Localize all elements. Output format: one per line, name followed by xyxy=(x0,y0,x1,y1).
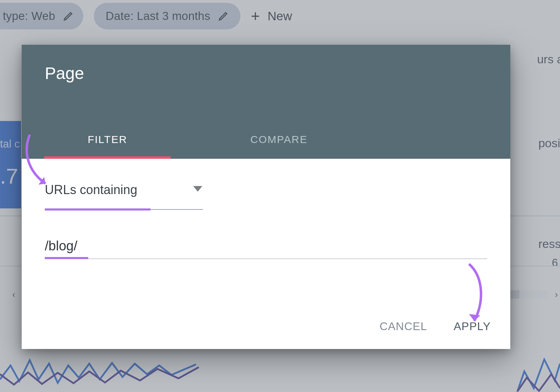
dialog-tabs: FILTER COMPARE xyxy=(22,120,510,159)
dialog-body: URLs containing CANCEL APPLY xyxy=(22,159,510,349)
dialog-title: Page xyxy=(45,64,84,83)
chevron-down-icon xyxy=(193,186,202,192)
tab-label: FILTER xyxy=(88,134,127,145)
match-type-select[interactable]: URLs containing xyxy=(45,183,203,197)
url-filter-input[interactable] xyxy=(45,236,487,259)
dialog-header: Page FILTER COMPARE xyxy=(22,45,510,159)
tab-filter[interactable]: FILTER xyxy=(22,120,193,159)
select-underline xyxy=(45,209,203,210)
annotation-highlight xyxy=(45,208,150,211)
dialog-actions: CANCEL APPLY xyxy=(377,316,493,336)
tab-compare[interactable]: COMPARE xyxy=(193,120,365,159)
tab-label: COMPARE xyxy=(250,134,307,145)
url-input-row xyxy=(45,236,487,259)
annotation-highlight xyxy=(45,257,88,259)
apply-button[interactable]: APPLY xyxy=(451,316,493,336)
cancel-button[interactable]: CANCEL xyxy=(377,316,429,336)
page-filter-dialog: Page FILTER COMPARE URLs containing CANC… xyxy=(22,45,510,349)
select-value: URLs containing xyxy=(45,183,137,197)
